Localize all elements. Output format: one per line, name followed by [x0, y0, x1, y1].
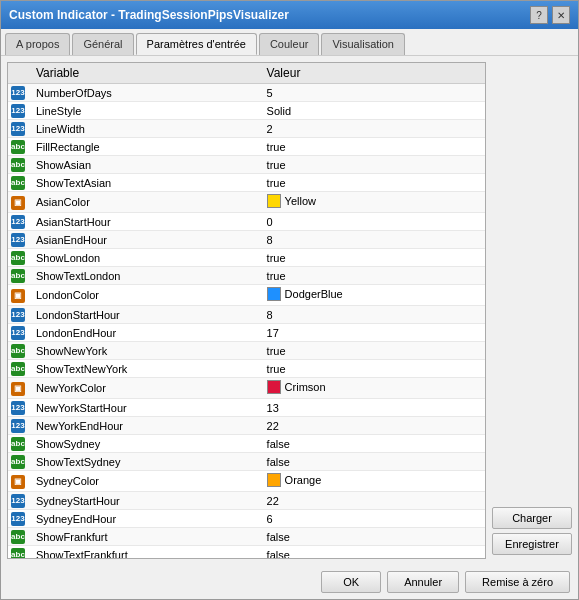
- row-icon: ▣: [8, 471, 30, 492]
- row-value: true: [261, 360, 485, 378]
- main-window: Custom Indicator - TradingSessionPipsVis…: [0, 0, 579, 600]
- table-row[interactable]: abcShowLondontrue: [8, 249, 485, 267]
- col-variable-header: Variable: [30, 63, 261, 84]
- side-buttons: Charger Enregistrer: [492, 62, 572, 559]
- table-row-area: Variable Valeur 123NumberOfDays5123LineS…: [7, 62, 572, 559]
- annuler-button[interactable]: Annuler: [387, 571, 459, 593]
- remise-a-zero-button[interactable]: Remise à zéro: [465, 571, 570, 593]
- row-icon: 123: [8, 102, 30, 120]
- row-value: Solid: [261, 102, 485, 120]
- table-row[interactable]: ▣LondonColorDodgerBlue: [8, 285, 485, 306]
- row-variable: LineWidth: [30, 120, 261, 138]
- table-row[interactable]: 123NumberOfDays5: [8, 84, 485, 102]
- row-variable: ShowTextFrankfurt: [30, 546, 261, 560]
- row-value: Orange: [261, 471, 485, 492]
- title-controls: ? ✕: [530, 6, 570, 24]
- row-value: true: [261, 156, 485, 174]
- table-row[interactable]: 123LineWidth2: [8, 120, 485, 138]
- row-value: true: [261, 138, 485, 156]
- row-value: true: [261, 174, 485, 192]
- table-row[interactable]: abcShowFrankfurtfalse: [8, 528, 485, 546]
- table-row[interactable]: abcShowTextLondontrue: [8, 267, 485, 285]
- row-icon: 123: [8, 510, 30, 528]
- row-icon: abc: [8, 174, 30, 192]
- table-row[interactable]: 123NewYorkEndHour22: [8, 417, 485, 435]
- row-variable: LondonEndHour: [30, 324, 261, 342]
- table-row[interactable]: abcFillRectangletrue: [8, 138, 485, 156]
- row-variable: SydneyStartHour: [30, 492, 261, 510]
- row-icon: 123: [8, 306, 30, 324]
- tab-general[interactable]: Général: [72, 33, 133, 55]
- ok-button[interactable]: OK: [321, 571, 381, 593]
- tab-couleur[interactable]: Couleur: [259, 33, 320, 55]
- row-variable: SydneyColor: [30, 471, 261, 492]
- row-value: 8: [261, 231, 485, 249]
- row-icon: abc: [8, 435, 30, 453]
- row-variable: NewYorkStartHour: [30, 399, 261, 417]
- table-row[interactable]: ▣AsianColorYellow: [8, 192, 485, 213]
- table-row[interactable]: 123AsianStartHour0: [8, 213, 485, 231]
- row-value: 22: [261, 417, 485, 435]
- table-row[interactable]: abcShowTextSydneyfalse: [8, 453, 485, 471]
- row-variable: ShowTextSydney: [30, 453, 261, 471]
- table-row[interactable]: 123LineStyleSolid: [8, 102, 485, 120]
- row-icon: ▣: [8, 378, 30, 399]
- row-value: false: [261, 435, 485, 453]
- row-icon: 123: [8, 120, 30, 138]
- table-row[interactable]: abcShowTextFrankfurtfalse: [8, 546, 485, 560]
- table-row[interactable]: ▣NewYorkColorCrimson: [8, 378, 485, 399]
- charger-button[interactable]: Charger: [492, 507, 572, 529]
- row-value: true: [261, 267, 485, 285]
- row-icon: 123: [8, 213, 30, 231]
- row-icon: 123: [8, 84, 30, 102]
- table-row[interactable]: abcShowTextNewYorktrue: [8, 360, 485, 378]
- row-value: false: [261, 546, 485, 560]
- row-variable: LineStyle: [30, 102, 261, 120]
- row-icon: ▣: [8, 192, 30, 213]
- row-value: 22: [261, 492, 485, 510]
- row-icon: abc: [8, 546, 30, 560]
- table-row[interactable]: abcShowNewYorktrue: [8, 342, 485, 360]
- row-value: 5: [261, 84, 485, 102]
- help-button[interactable]: ?: [530, 6, 548, 24]
- row-icon: abc: [8, 528, 30, 546]
- close-button[interactable]: ✕: [552, 6, 570, 24]
- table-row[interactable]: 123LondonEndHour17: [8, 324, 485, 342]
- table-row[interactable]: 123SydneyStartHour22: [8, 492, 485, 510]
- window-title: Custom Indicator - TradingSessionPipsVis…: [9, 8, 289, 22]
- table-row[interactable]: 123AsianEndHour8: [8, 231, 485, 249]
- table-row[interactable]: 123SydneyEndHour6: [8, 510, 485, 528]
- tab-visualisation[interactable]: Visualisation: [321, 33, 405, 55]
- row-variable: ShowLondon: [30, 249, 261, 267]
- table-row[interactable]: 123LondonStartHour8: [8, 306, 485, 324]
- row-variable: ShowTextAsian: [30, 174, 261, 192]
- row-variable: LondonColor: [30, 285, 261, 306]
- table-row[interactable]: abcShowSydneyfalse: [8, 435, 485, 453]
- row-variable: AsianEndHour: [30, 231, 261, 249]
- tab-apropos[interactable]: A propos: [5, 33, 70, 55]
- row-icon: 123: [8, 231, 30, 249]
- table-row[interactable]: abcShowAsiantrue: [8, 156, 485, 174]
- row-value: 8: [261, 306, 485, 324]
- row-variable: NewYorkEndHour: [30, 417, 261, 435]
- row-value: 17: [261, 324, 485, 342]
- row-icon: abc: [8, 360, 30, 378]
- row-icon: abc: [8, 156, 30, 174]
- table-row[interactable]: 123NewYorkStartHour13: [8, 399, 485, 417]
- row-variable: ShowTextLondon: [30, 267, 261, 285]
- row-icon: abc: [8, 138, 30, 156]
- row-icon: 123: [8, 492, 30, 510]
- row-icon: 123: [8, 417, 30, 435]
- row-variable: ShowNewYork: [30, 342, 261, 360]
- enregistrer-button[interactable]: Enregistrer: [492, 533, 572, 555]
- row-value: 0: [261, 213, 485, 231]
- row-variable: LondonStartHour: [30, 306, 261, 324]
- row-variable: NumberOfDays: [30, 84, 261, 102]
- row-value: true: [261, 249, 485, 267]
- row-variable: AsianStartHour: [30, 213, 261, 231]
- tab-parametres[interactable]: Paramètres d'entrée: [136, 33, 257, 55]
- table-row[interactable]: abcShowTextAsiantrue: [8, 174, 485, 192]
- row-variable: ShowFrankfurt: [30, 528, 261, 546]
- table-row[interactable]: ▣SydneyColorOrange: [8, 471, 485, 492]
- parameters-table[interactable]: Variable Valeur 123NumberOfDays5123LineS…: [7, 62, 486, 559]
